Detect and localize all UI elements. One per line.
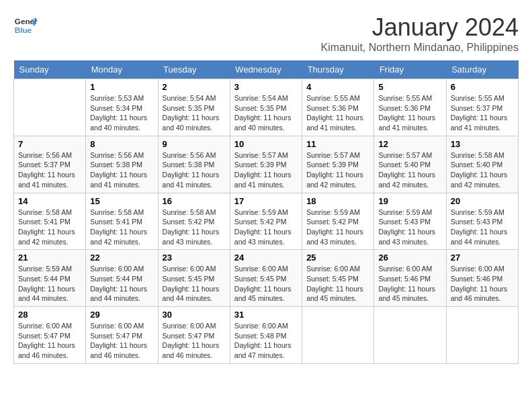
day-number: 29 <box>90 310 153 320</box>
day-number: 9 <box>163 139 226 149</box>
table-row: 1Sunrise: 5:53 AMSunset: 5:34 PMDaylight… <box>86 79 158 136</box>
table-row: 28Sunrise: 6:00 AMSunset: 5:47 PMDayligh… <box>14 307 86 364</box>
table-row: 4Sunrise: 5:55 AMSunset: 5:36 PMDaylight… <box>302 79 374 136</box>
day-info: Sunrise: 5:53 AMSunset: 5:34 PMDaylight:… <box>90 93 153 133</box>
day-info: Sunrise: 6:00 AMSunset: 5:45 PMDaylight:… <box>234 264 298 304</box>
logo: General Blue <box>13 13 38 38</box>
day-info: Sunrise: 6:00 AMSunset: 5:46 PMDaylight:… <box>451 264 514 304</box>
col-friday: Friday <box>374 60 446 79</box>
table-row: 14Sunrise: 5:58 AMSunset: 5:41 PMDayligh… <box>14 193 86 250</box>
day-info: Sunrise: 6:00 AMSunset: 5:44 PMDaylight:… <box>90 264 153 304</box>
day-number: 27 <box>451 253 514 263</box>
table-row: 16Sunrise: 5:58 AMSunset: 5:42 PMDayligh… <box>158 193 230 250</box>
table-row: 11Sunrise: 5:57 AMSunset: 5:39 PMDayligh… <box>302 136 374 193</box>
col-tuesday: Tuesday <box>158 60 230 79</box>
day-info: Sunrise: 6:00 AMSunset: 5:47 PMDaylight:… <box>163 321 226 361</box>
day-info: Sunrise: 6:00 AMSunset: 5:45 PMDaylight:… <box>306 264 369 304</box>
day-info: Sunrise: 5:58 AMSunset: 5:41 PMDaylight:… <box>90 208 153 247</box>
col-thursday: Thursday <box>302 60 374 79</box>
table-row: 30Sunrise: 6:00 AMSunset: 5:47 PMDayligh… <box>158 307 230 364</box>
table-row: 27Sunrise: 6:00 AMSunset: 5:46 PMDayligh… <box>446 250 518 307</box>
table-row: 21Sunrise: 5:59 AMSunset: 5:44 PMDayligh… <box>14 250 86 307</box>
day-number: 30 <box>163 310 226 320</box>
day-info: Sunrise: 5:57 AMSunset: 5:39 PMDaylight:… <box>234 150 298 190</box>
svg-text:Blue: Blue <box>15 26 32 34</box>
day-number: 28 <box>18 310 81 320</box>
table-row: 25Sunrise: 6:00 AMSunset: 5:45 PMDayligh… <box>302 250 374 307</box>
day-number: 14 <box>18 196 81 206</box>
day-info: Sunrise: 5:56 AMSunset: 5:38 PMDaylight:… <box>163 150 226 190</box>
col-wednesday: Wednesday <box>230 60 302 79</box>
table-row <box>302 307 374 364</box>
table-row <box>374 307 446 364</box>
day-number: 4 <box>306 82 369 92</box>
day-info: Sunrise: 5:58 AMSunset: 5:42 PMDaylight:… <box>163 208 226 247</box>
day-info: Sunrise: 5:57 AMSunset: 5:39 PMDaylight:… <box>306 150 369 190</box>
day-number: 15 <box>90 196 153 206</box>
day-info: Sunrise: 5:58 AMSunset: 5:41 PMDaylight:… <box>18 208 81 247</box>
day-info: Sunrise: 5:59 AMSunset: 5:42 PMDaylight:… <box>234 208 298 247</box>
page-header: General Blue January 2024 Kimanuit, Nort… <box>13 13 519 54</box>
day-info: Sunrise: 5:54 AMSunset: 5:35 PMDaylight:… <box>163 93 226 133</box>
day-number: 19 <box>378 196 441 206</box>
day-info: Sunrise: 5:55 AMSunset: 5:36 PMDaylight:… <box>306 93 369 133</box>
day-number: 20 <box>451 196 514 206</box>
day-info: Sunrise: 5:58 AMSunset: 5:40 PMDaylight:… <box>451 150 514 190</box>
table-row: 26Sunrise: 6:00 AMSunset: 5:46 PMDayligh… <box>374 250 446 307</box>
day-info: Sunrise: 5:59 AMSunset: 5:42 PMDaylight:… <box>306 208 369 247</box>
day-number: 26 <box>378 253 441 263</box>
day-number: 2 <box>163 82 226 92</box>
day-info: Sunrise: 5:57 AMSunset: 5:40 PMDaylight:… <box>378 150 441 190</box>
day-info: Sunrise: 5:55 AMSunset: 5:37 PMDaylight:… <box>451 93 514 133</box>
table-row: 6Sunrise: 5:55 AMSunset: 5:37 PMDaylight… <box>446 79 518 136</box>
logo-icon: General Blue <box>13 13 38 38</box>
table-row <box>14 79 86 136</box>
table-row: 19Sunrise: 5:59 AMSunset: 5:43 PMDayligh… <box>374 193 446 250</box>
day-info: Sunrise: 5:55 AMSunset: 5:36 PMDaylight:… <box>378 93 441 133</box>
table-row <box>446 307 518 364</box>
calendar-subtitle: Kimanuit, Northern Mindanao, Philippines <box>321 42 519 54</box>
day-number: 16 <box>163 196 226 206</box>
table-row: 31Sunrise: 6:00 AMSunset: 5:48 PMDayligh… <box>230 307 302 364</box>
calendar-table: Sunday Monday Tuesday Wednesday Thursday… <box>13 60 519 364</box>
table-row: 17Sunrise: 5:59 AMSunset: 5:42 PMDayligh… <box>230 193 302 250</box>
day-info: Sunrise: 6:00 AMSunset: 5:46 PMDaylight:… <box>378 264 441 304</box>
day-number: 31 <box>234 310 298 320</box>
day-number: 21 <box>18 253 81 263</box>
table-row: 2Sunrise: 5:54 AMSunset: 5:35 PMDaylight… <box>158 79 230 136</box>
table-row: 13Sunrise: 5:58 AMSunset: 5:40 PMDayligh… <box>446 136 518 193</box>
day-number: 1 <box>90 82 153 92</box>
week-row-0: 1Sunrise: 5:53 AMSunset: 5:34 PMDaylight… <box>14 79 519 136</box>
day-info: Sunrise: 6:00 AMSunset: 5:48 PMDaylight:… <box>234 321 298 361</box>
table-row: 12Sunrise: 5:57 AMSunset: 5:40 PMDayligh… <box>374 136 446 193</box>
week-row-4: 28Sunrise: 6:00 AMSunset: 5:47 PMDayligh… <box>14 307 519 364</box>
day-number: 5 <box>378 82 441 92</box>
day-info: Sunrise: 5:56 AMSunset: 5:37 PMDaylight:… <box>18 150 81 190</box>
day-info: Sunrise: 5:59 AMSunset: 5:43 PMDaylight:… <box>378 208 441 247</box>
day-info: Sunrise: 5:54 AMSunset: 5:35 PMDaylight:… <box>234 93 298 133</box>
title-section: January 2024 Kimanuit, Northern Mindanao… <box>321 13 519 54</box>
week-row-1: 7Sunrise: 5:56 AMSunset: 5:37 PMDaylight… <box>14 136 519 193</box>
day-number: 3 <box>234 82 298 92</box>
week-row-2: 14Sunrise: 5:58 AMSunset: 5:41 PMDayligh… <box>14 193 519 250</box>
table-row: 7Sunrise: 5:56 AMSunset: 5:37 PMDaylight… <box>14 136 86 193</box>
day-number: 25 <box>306 253 369 263</box>
day-number: 8 <box>90 139 153 149</box>
table-row: 10Sunrise: 5:57 AMSunset: 5:39 PMDayligh… <box>230 136 302 193</box>
day-info: Sunrise: 6:00 AMSunset: 5:45 PMDaylight:… <box>163 264 226 304</box>
day-number: 13 <box>451 139 514 149</box>
day-info: Sunrise: 5:56 AMSunset: 5:38 PMDaylight:… <box>90 150 153 190</box>
table-row: 8Sunrise: 5:56 AMSunset: 5:38 PMDaylight… <box>86 136 158 193</box>
col-sunday: Sunday <box>14 60 86 79</box>
table-row: 24Sunrise: 6:00 AMSunset: 5:45 PMDayligh… <box>230 250 302 307</box>
table-row: 29Sunrise: 6:00 AMSunset: 5:47 PMDayligh… <box>86 307 158 364</box>
day-number: 6 <box>451 82 514 92</box>
table-row: 9Sunrise: 5:56 AMSunset: 5:38 PMDaylight… <box>158 136 230 193</box>
day-number: 24 <box>234 253 298 263</box>
calendar-title: January 2024 <box>321 13 519 42</box>
table-row: 3Sunrise: 5:54 AMSunset: 5:35 PMDaylight… <box>230 79 302 136</box>
day-number: 7 <box>18 139 81 149</box>
day-info: Sunrise: 5:59 AMSunset: 5:43 PMDaylight:… <box>451 208 514 247</box>
header-row: Sunday Monday Tuesday Wednesday Thursday… <box>14 60 519 79</box>
table-row: 23Sunrise: 6:00 AMSunset: 5:45 PMDayligh… <box>158 250 230 307</box>
